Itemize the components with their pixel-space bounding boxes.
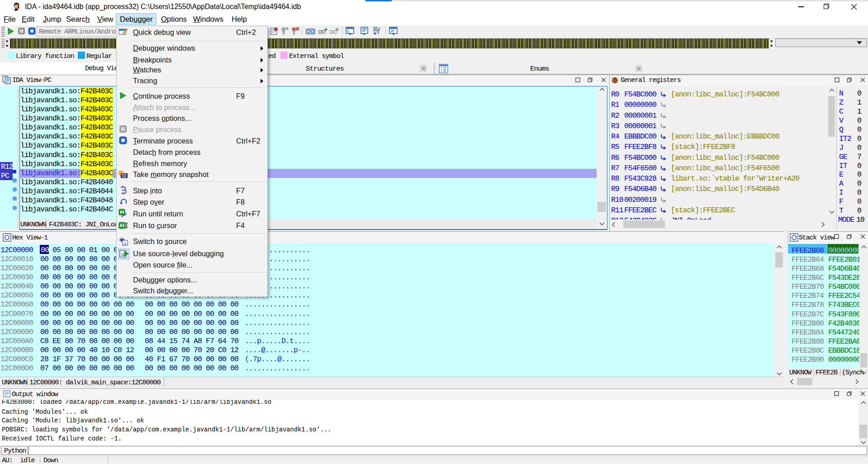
svg-text:c: c <box>124 241 126 246</box>
svg-text:c: c <box>121 251 124 257</box>
